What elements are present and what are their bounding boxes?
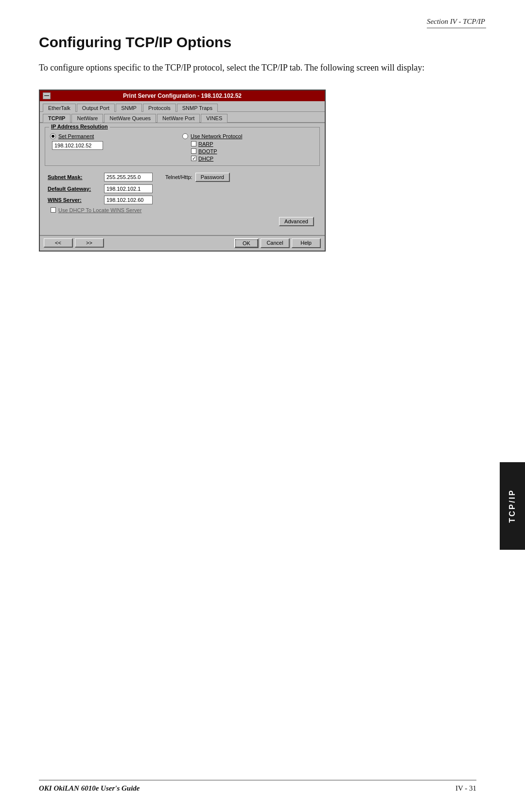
side-tab-label: TCP/IP xyxy=(508,489,517,523)
section-header: Section IV - TCP/IP xyxy=(427,18,486,28)
wins-label: WINS Server: xyxy=(48,197,101,203)
use-dhcp-row[interactable]: Use DHCP To Locate WINS Server xyxy=(51,207,317,213)
checkbox-bootp[interactable]: BOOTP xyxy=(191,148,315,154)
tab-output-port[interactable]: Output Port xyxy=(77,104,115,112)
subnet-input[interactable] xyxy=(104,173,153,181)
page-footer: OKI OkiLAN 6010e User's Guide IV - 31 xyxy=(39,780,476,793)
tab-tcpip[interactable]: TCP/IP xyxy=(43,114,70,123)
advanced-row: Advanced xyxy=(48,217,314,226)
intro-text: To configure options specific to the TCP… xyxy=(39,61,476,75)
telnet-label: Telnet/Http: xyxy=(165,174,192,180)
checkbox-rarp-box[interactable] xyxy=(191,141,196,146)
side-tab: TCP/IP xyxy=(500,462,525,550)
advanced-button[interactable]: Advanced xyxy=(279,217,314,226)
ip-address-input[interactable] xyxy=(52,141,103,150)
tabs-row-1: EtherTalk Output Port SNMP Protocols SNM… xyxy=(40,101,325,112)
gateway-label: Default Gateway: xyxy=(48,186,101,192)
wins-row: WINS Server: xyxy=(48,196,317,204)
dialog-system-icon: — xyxy=(43,92,51,99)
footer-center: OK Cancel Help xyxy=(234,238,321,248)
tab-netware[interactable]: NetWare xyxy=(71,114,103,123)
checkbox-dhcp[interactable]: ✓ DHCP xyxy=(191,156,315,162)
cancel-button[interactable]: Cancel xyxy=(261,238,290,248)
subnet-row: Subnet Mask: Telnet/Http: Password xyxy=(48,173,317,182)
footer-left: << >> xyxy=(44,238,104,248)
dialog-window: — Print Server Configuration - 198.102.1… xyxy=(39,90,326,252)
dialog-footer: << >> OK Cancel Help xyxy=(40,235,325,251)
radio-permanent-label: Set Permanent xyxy=(58,133,94,139)
ok-button[interactable]: OK xyxy=(234,238,259,248)
ip-address-group: IP Address Resolution Set Permanent xyxy=(45,127,320,166)
page-title: Configuring TCP/IP Options xyxy=(39,34,476,51)
use-dhcp-checkbox[interactable] xyxy=(51,207,56,213)
tab-netware-queues[interactable]: NetWare Queues xyxy=(104,114,156,123)
radio-network[interactable]: Use Network Protocol xyxy=(182,133,315,139)
checkbox-bootp-label: BOOTP xyxy=(198,148,217,154)
footer-guide: OKI OkiLAN 6010e User's Guide xyxy=(39,784,140,793)
use-dhcp-label: Use DHCP To Locate WINS Server xyxy=(58,207,141,213)
radio-network-circle[interactable] xyxy=(182,133,188,139)
network-col: Use Network Protocol RARP BOOTP xyxy=(182,133,315,162)
next-button[interactable]: >> xyxy=(75,238,104,248)
checkbox-dhcp-label: DHCP xyxy=(198,156,213,162)
dialog-title: Print Server Configuration - 198.102.102… xyxy=(123,92,242,99)
group-label: IP Address Resolution xyxy=(49,124,110,129)
tabs-row-2: TCP/IP NetWare NetWare Queues NetWare Po… xyxy=(40,112,325,123)
tab-vines[interactable]: VINES xyxy=(201,114,228,123)
tab-protocols[interactable]: Protocols xyxy=(143,104,176,112)
help-button[interactable]: Help xyxy=(292,238,321,248)
main-content: Configuring TCP/IP Options To configure … xyxy=(39,29,476,252)
radio-row: Set Permanent Use Network Protocol xyxy=(50,133,315,162)
checkbox-bootp-box[interactable] xyxy=(191,148,196,154)
checkbox-dhcp-box[interactable]: ✓ xyxy=(191,156,196,161)
radio-permanent[interactable]: Set Permanent xyxy=(50,133,182,139)
tab-ethertalk[interactable]: EtherTalk xyxy=(43,104,76,112)
radio-network-label: Use Network Protocol xyxy=(191,133,242,139)
fields-area: Subnet Mask: Telnet/Http: Password Defau… xyxy=(45,171,320,231)
permanent-col: Set Permanent xyxy=(50,133,182,150)
checkbox-rarp[interactable]: RARP xyxy=(191,141,315,147)
checkbox-rarp-label: RARP xyxy=(198,141,213,147)
gateway-row: Default Gateway: xyxy=(48,184,317,193)
dialog-body: IP Address Resolution Set Permanent xyxy=(40,123,325,235)
footer-page: IV - 31 xyxy=(455,784,476,793)
subnet-label: Subnet Mask: xyxy=(48,174,101,180)
tab-snmp[interactable]: SNMP xyxy=(116,104,142,112)
password-button[interactable]: Password xyxy=(195,173,230,182)
radio-permanent-circle[interactable] xyxy=(50,133,56,139)
tab-snmp-traps[interactable]: SNMP Traps xyxy=(177,104,218,112)
tab-netware-port[interactable]: NetWare Port xyxy=(157,114,200,123)
gateway-input[interactable] xyxy=(104,184,153,193)
wins-input[interactable] xyxy=(104,196,153,204)
dialog-titlebar: — Print Server Configuration - 198.102.1… xyxy=(40,90,325,101)
prev-button[interactable]: << xyxy=(44,238,73,248)
